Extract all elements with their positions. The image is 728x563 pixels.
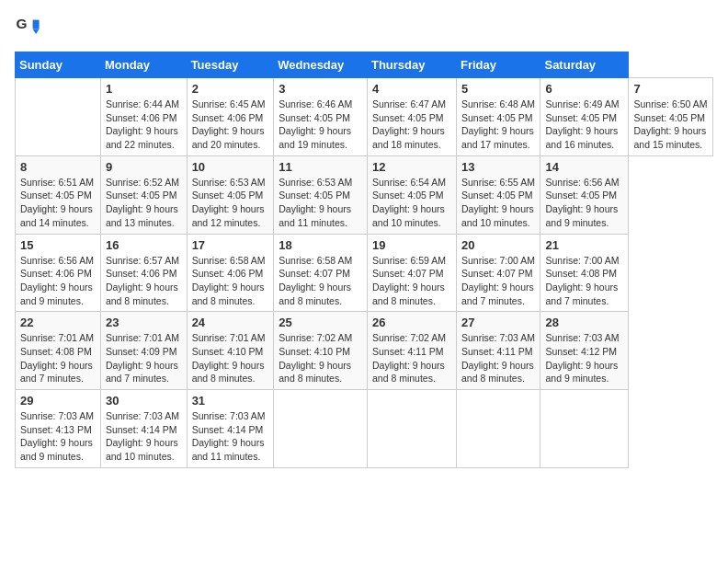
day-number: 1 bbox=[106, 82, 182, 96]
day-number: 18 bbox=[279, 238, 362, 252]
weekday-header-saturday: Saturday bbox=[540, 52, 629, 78]
calendar-cell: 28 Sunrise: 7:03 AMSunset: 4:12 PMDaylig… bbox=[540, 312, 629, 390]
day-info: Sunrise: 6:52 AMSunset: 4:05 PMDaylight:… bbox=[106, 176, 182, 230]
day-info: Sunrise: 7:03 AMSunset: 4:11 PMDaylight:… bbox=[461, 331, 535, 385]
header: G bbox=[15, 15, 713, 40]
day-info: Sunrise: 6:48 AMSunset: 4:05 PMDaylight:… bbox=[461, 98, 535, 152]
calendar-cell: 8 Sunrise: 6:51 AMSunset: 4:05 PMDayligh… bbox=[16, 155, 101, 234]
weekday-header-friday: Friday bbox=[456, 52, 540, 78]
day-info: Sunrise: 6:59 AMSunset: 4:07 PMDaylight:… bbox=[372, 254, 451, 308]
logo: G bbox=[15, 15, 44, 40]
calendar-cell: 4 Sunrise: 6:47 AMSunset: 4:05 PMDayligh… bbox=[367, 78, 456, 156]
day-number: 11 bbox=[279, 160, 362, 174]
day-info: Sunrise: 6:51 AMSunset: 4:05 PMDaylight:… bbox=[20, 176, 96, 230]
day-number: 2 bbox=[192, 82, 269, 96]
day-number: 26 bbox=[372, 316, 451, 329]
day-info: Sunrise: 7:01 AMSunset: 4:10 PMDaylight:… bbox=[192, 331, 269, 385]
calendar-cell: 7 Sunrise: 6:50 AMSunset: 4:05 PMDayligh… bbox=[629, 78, 713, 156]
calendar-cell bbox=[16, 78, 101, 156]
svg-text:G: G bbox=[16, 16, 27, 31]
calendar-cell: 29 Sunrise: 7:03 AMSunset: 4:13 PMDaylig… bbox=[16, 390, 101, 468]
weekday-header-thursday: Thursday bbox=[367, 52, 456, 78]
day-info: Sunrise: 7:02 AMSunset: 4:11 PMDaylight:… bbox=[372, 331, 451, 385]
day-number: 27 bbox=[461, 316, 535, 329]
day-number: 20 bbox=[461, 238, 535, 252]
day-number: 25 bbox=[279, 316, 362, 329]
calendar-cell bbox=[274, 390, 368, 468]
svg-marker-2 bbox=[33, 29, 40, 34]
calendar-cell: 25 Sunrise: 7:02 AMSunset: 4:10 PMDaylig… bbox=[274, 312, 368, 390]
day-info: Sunrise: 7:01 AMSunset: 4:08 PMDaylight:… bbox=[20, 331, 96, 385]
day-number: 21 bbox=[545, 238, 623, 252]
day-number: 23 bbox=[106, 316, 182, 329]
day-number: 3 bbox=[279, 82, 362, 96]
calendar-cell bbox=[540, 390, 629, 468]
calendar-cell: 9 Sunrise: 6:52 AMSunset: 4:05 PMDayligh… bbox=[100, 155, 187, 234]
calendar-cell bbox=[367, 390, 456, 468]
day-number: 28 bbox=[545, 316, 623, 329]
day-info: Sunrise: 7:03 AMSunset: 4:12 PMDaylight:… bbox=[545, 331, 623, 385]
calendar-cell: 2 Sunrise: 6:45 AMSunset: 4:06 PMDayligh… bbox=[187, 78, 274, 156]
day-number: 13 bbox=[461, 160, 535, 174]
day-info: Sunrise: 7:02 AMSunset: 4:10 PMDaylight:… bbox=[279, 331, 362, 385]
svg-marker-1 bbox=[33, 20, 40, 29]
day-info: Sunrise: 6:57 AMSunset: 4:06 PMDaylight:… bbox=[106, 254, 182, 308]
calendar-cell: 10 Sunrise: 6:53 AMSunset: 4:05 PMDaylig… bbox=[187, 155, 274, 234]
calendar-cell: 11 Sunrise: 6:53 AMSunset: 4:05 PMDaylig… bbox=[274, 155, 368, 234]
day-info: Sunrise: 7:00 AMSunset: 4:08 PMDaylight:… bbox=[545, 254, 623, 308]
calendar-cell: 1 Sunrise: 6:44 AMSunset: 4:06 PMDayligh… bbox=[100, 78, 187, 156]
day-number: 7 bbox=[633, 82, 708, 96]
day-number: 9 bbox=[106, 160, 182, 174]
day-info: Sunrise: 6:44 AMSunset: 4:06 PMDaylight:… bbox=[106, 98, 182, 152]
day-number: 22 bbox=[20, 316, 96, 329]
day-number: 31 bbox=[192, 394, 269, 408]
calendar-cell: 17 Sunrise: 6:58 AMSunset: 4:06 PMDaylig… bbox=[187, 234, 274, 312]
day-info: Sunrise: 6:49 AMSunset: 4:05 PMDaylight:… bbox=[545, 98, 623, 152]
day-info: Sunrise: 7:01 AMSunset: 4:09 PMDaylight:… bbox=[106, 331, 182, 385]
weekday-header-row: SundayMondayTuesdayWednesdayThursdayFrid… bbox=[16, 52, 713, 78]
calendar-cell: 26 Sunrise: 7:02 AMSunset: 4:11 PMDaylig… bbox=[367, 312, 456, 390]
day-info: Sunrise: 7:03 AMSunset: 4:13 PMDaylight:… bbox=[20, 409, 96, 464]
calendar-cell: 6 Sunrise: 6:49 AMSunset: 4:05 PMDayligh… bbox=[540, 78, 629, 156]
calendar-cell: 24 Sunrise: 7:01 AMSunset: 4:10 PMDaylig… bbox=[187, 312, 274, 390]
day-number: 15 bbox=[20, 238, 96, 252]
day-number: 17 bbox=[192, 238, 269, 252]
week-row-5: 29 Sunrise: 7:03 AMSunset: 4:13 PMDaylig… bbox=[16, 390, 713, 468]
calendar-cell: 14 Sunrise: 6:56 AMSunset: 4:05 PMDaylig… bbox=[540, 155, 629, 234]
day-info: Sunrise: 6:46 AMSunset: 4:05 PMDaylight:… bbox=[279, 98, 362, 152]
calendar-cell: 18 Sunrise: 6:58 AMSunset: 4:07 PMDaylig… bbox=[274, 234, 368, 312]
calendar-cell: 20 Sunrise: 7:00 AMSunset: 4:07 PMDaylig… bbox=[456, 234, 540, 312]
calendar-cell: 15 Sunrise: 6:56 AMSunset: 4:06 PMDaylig… bbox=[16, 234, 101, 312]
day-number: 29 bbox=[20, 394, 96, 408]
calendar-cell: 19 Sunrise: 6:59 AMSunset: 4:07 PMDaylig… bbox=[367, 234, 456, 312]
weekday-header-wednesday: Wednesday bbox=[274, 52, 368, 78]
day-number: 8 bbox=[20, 160, 96, 174]
calendar-cell: 12 Sunrise: 6:54 AMSunset: 4:05 PMDaylig… bbox=[367, 155, 456, 234]
day-info: Sunrise: 6:58 AMSunset: 4:06 PMDaylight:… bbox=[192, 254, 269, 308]
calendar-table: SundayMondayTuesdayWednesdayThursdayFrid… bbox=[15, 52, 713, 468]
day-info: Sunrise: 6:54 AMSunset: 4:05 PMDaylight:… bbox=[372, 176, 451, 230]
calendar-cell: 23 Sunrise: 7:01 AMSunset: 4:09 PMDaylig… bbox=[100, 312, 187, 390]
day-number: 30 bbox=[106, 394, 182, 408]
calendar-cell bbox=[456, 390, 540, 468]
week-row-4: 22 Sunrise: 7:01 AMSunset: 4:08 PMDaylig… bbox=[16, 312, 713, 390]
day-number: 16 bbox=[106, 238, 182, 252]
calendar-cell: 31 Sunrise: 7:03 AMSunset: 4:14 PMDaylig… bbox=[187, 390, 274, 468]
calendar-cell: 3 Sunrise: 6:46 AMSunset: 4:05 PMDayligh… bbox=[274, 78, 368, 156]
week-row-1: 1 Sunrise: 6:44 AMSunset: 4:06 PMDayligh… bbox=[16, 78, 713, 156]
day-info: Sunrise: 6:58 AMSunset: 4:07 PMDaylight:… bbox=[279, 254, 362, 308]
calendar-cell: 16 Sunrise: 6:57 AMSunset: 4:06 PMDaylig… bbox=[100, 234, 187, 312]
day-number: 24 bbox=[192, 316, 269, 329]
week-row-3: 15 Sunrise: 6:56 AMSunset: 4:06 PMDaylig… bbox=[16, 234, 713, 312]
day-number: 14 bbox=[545, 160, 623, 174]
day-number: 12 bbox=[372, 160, 451, 174]
weekday-header-sunday: Sunday bbox=[16, 52, 101, 78]
day-info: Sunrise: 6:56 AMSunset: 4:06 PMDaylight:… bbox=[20, 254, 96, 308]
weekday-header-monday: Monday bbox=[100, 52, 187, 78]
day-info: Sunrise: 7:03 AMSunset: 4:14 PMDaylight:… bbox=[192, 409, 269, 464]
day-info: Sunrise: 6:50 AMSunset: 4:05 PMDaylight:… bbox=[633, 98, 708, 152]
day-info: Sunrise: 6:47 AMSunset: 4:05 PMDaylight:… bbox=[372, 98, 451, 152]
calendar-cell: 13 Sunrise: 6:55 AMSunset: 4:05 PMDaylig… bbox=[456, 155, 540, 234]
day-info: Sunrise: 6:53 AMSunset: 4:05 PMDaylight:… bbox=[192, 176, 269, 230]
calendar-cell: 30 Sunrise: 7:03 AMSunset: 4:14 PMDaylig… bbox=[100, 390, 187, 468]
